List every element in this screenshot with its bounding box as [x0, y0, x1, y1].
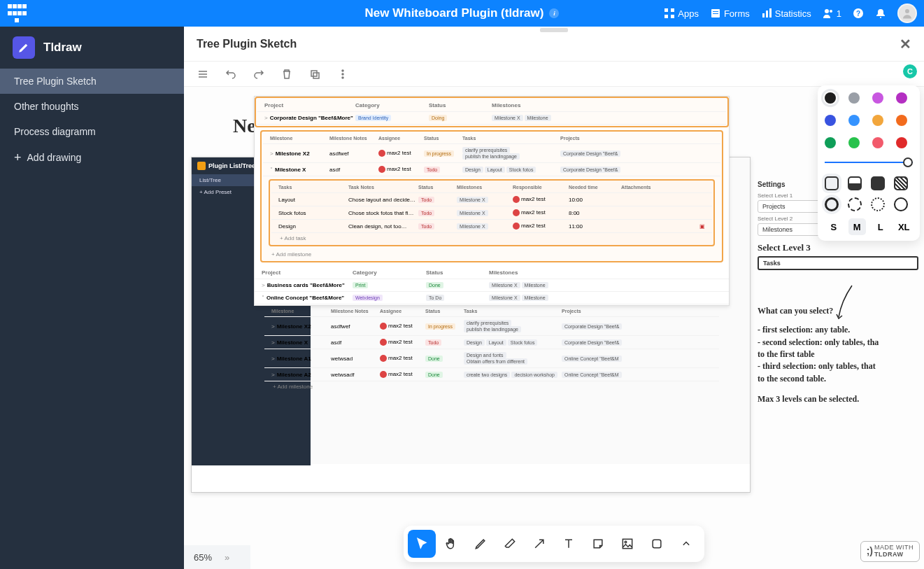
color-swatch[interactable]	[872, 92, 883, 104]
tldraw-icon	[13, 36, 35, 59]
svg-rect-1	[671, 8, 674, 12]
svg-point-10	[825, 9, 829, 13]
close-button[interactable]: ✕	[900, 36, 911, 52]
dash-draw[interactable]	[825, 197, 839, 211]
draw-tool[interactable]	[467, 530, 495, 558]
color-picker	[825, 92, 913, 148]
svg-rect-8	[766, 10, 768, 17]
svg-rect-24	[623, 539, 632, 548]
help-button[interactable]: ?	[853, 8, 864, 19]
svg-rect-9	[769, 8, 772, 17]
more-icon[interactable]	[336, 68, 349, 80]
form-icon	[710, 8, 721, 19]
fill-pattern[interactable]	[894, 176, 908, 190]
arrow-tool[interactable]	[525, 530, 553, 558]
undo-button[interactable]	[225, 68, 237, 80]
nav-collaborators[interactable]: 1	[823, 8, 841, 19]
stats-icon	[761, 8, 772, 19]
tool-dock	[404, 526, 704, 562]
made-with-tldraw-badge[interactable]: ; ) MADE WITHTLDRAW	[860, 541, 920, 562]
nav-statistics[interactable]: Statistics	[761, 8, 811, 19]
menu-icon[interactable]	[197, 68, 209, 80]
plugin-header: Tldraw	[0, 27, 184, 69]
dash-dotted[interactable]	[871, 197, 885, 211]
color-swatch[interactable]	[825, 137, 836, 148]
sidebar: Tldraw Tree Plugin Sketch Other thoughts…	[0, 27, 184, 569]
svg-text:?: ?	[856, 10, 860, 17]
fill-semi[interactable]	[848, 176, 862, 190]
fill-none[interactable]	[825, 176, 839, 190]
size-s[interactable]: S	[825, 218, 843, 235]
canvas-toolbar	[184, 62, 924, 87]
add-drawing-button[interactable]: + Add drawing	[0, 144, 184, 171]
dash-dashed[interactable]	[848, 197, 862, 211]
nav-forms[interactable]: Forms	[710, 8, 750, 19]
dash-solid[interactable]	[894, 197, 908, 211]
color-swatch[interactable]	[825, 115, 836, 126]
grid-icon	[664, 8, 675, 19]
collaborator-badge[interactable]: C	[903, 64, 917, 78]
eraser-tool[interactable]	[496, 530, 524, 558]
canvas[interactable]: New Plugin content area Shows tables in …	[184, 87, 924, 569]
info-icon[interactable]: i	[549, 8, 559, 18]
opacity-slider[interactable]	[825, 155, 913, 169]
color-swatch[interactable]	[848, 137, 860, 148]
chevron-right-icon: »	[225, 552, 229, 563]
bell-icon	[875, 8, 886, 19]
color-swatch[interactable]	[825, 92, 836, 104]
hand-tool[interactable]	[437, 530, 465, 558]
svg-point-14	[880, 17, 881, 18]
main-area: Tree Plugin Sketch ✕ New Plugin content …	[184, 27, 924, 569]
size-m[interactable]: M	[848, 218, 867, 235]
color-swatch[interactable]	[896, 115, 907, 126]
drag-handle[interactable]	[540, 28, 568, 32]
duplicate-button[interactable]	[308, 68, 321, 80]
svg-point-25	[625, 541, 627, 543]
svg-point-11	[830, 10, 832, 13]
svg-rect-7	[762, 13, 765, 17]
delete-button[interactable]	[280, 68, 293, 80]
sidebar-item-process-diagram[interactable]: Process diagramm	[0, 119, 184, 144]
color-swatch[interactable]	[872, 115, 883, 126]
svg-point-15	[905, 9, 909, 13]
select-tool[interactable]	[408, 530, 436, 558]
user-avatar[interactable]	[897, 3, 917, 23]
sidebar-item-other-thoughts[interactable]: Other thoughts	[0, 94, 184, 119]
style-panel: SMLXL	[818, 85, 920, 241]
more-tools[interactable]	[672, 530, 700, 558]
svg-rect-20	[313, 73, 319, 78]
text-tool[interactable]	[555, 530, 583, 558]
users-icon	[823, 8, 834, 19]
color-swatch[interactable]	[872, 137, 883, 148]
color-swatch[interactable]	[896, 137, 907, 148]
nav-apps[interactable]: Apps	[664, 8, 699, 19]
color-swatch[interactable]	[896, 92, 907, 104]
app-switcher-icon[interactable]	[7, 3, 27, 23]
color-swatch[interactable]	[848, 115, 860, 126]
svg-point-22	[342, 73, 343, 75]
svg-rect-19	[311, 71, 317, 76]
plus-icon: +	[14, 151, 22, 164]
image-tool[interactable]	[613, 530, 641, 558]
note-tool[interactable]	[584, 530, 612, 558]
svg-rect-26	[653, 540, 661, 548]
arrow-annotation	[834, 283, 862, 322]
color-swatch[interactable]	[848, 92, 860, 104]
svg-rect-0	[664, 8, 668, 12]
size-l[interactable]: L	[872, 218, 890, 235]
svg-rect-5	[713, 11, 718, 12]
zoom-control[interactable]: 65% »	[184, 545, 250, 569]
redo-button[interactable]	[253, 68, 265, 80]
svg-rect-2	[664, 15, 668, 18]
shape-tool[interactable]	[643, 530, 671, 558]
plugin-name: Tldraw	[43, 41, 82, 55]
size-xl[interactable]: XL	[895, 218, 914, 235]
tab-title: Tree Plugin Sketch	[197, 38, 297, 50]
dash-style-row	[825, 197, 913, 211]
notifications-button[interactable]	[875, 8, 886, 19]
fill-style-row	[825, 176, 913, 190]
svg-point-21	[342, 70, 343, 71]
sidebar-item-tree-sketch[interactable]: Tree Plugin Sketch	[0, 69, 184, 94]
fill-solid[interactable]	[871, 176, 885, 190]
page-title: New Whiteboard Plugin (tldraw) i	[365, 6, 560, 20]
